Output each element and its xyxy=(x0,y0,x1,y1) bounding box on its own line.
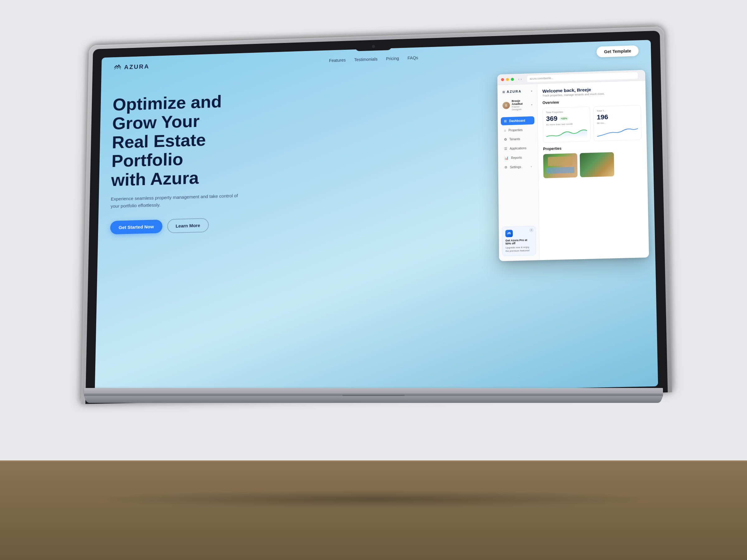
nav-back-icon: ‹ xyxy=(518,77,519,81)
hero-section: Optimize and Grow Your Real Estate Portf… xyxy=(107,64,645,397)
brand-name: AZURA xyxy=(124,63,150,70)
base-bottom-panel xyxy=(84,396,663,403)
get-started-button[interactable]: Get Started Now xyxy=(110,220,162,235)
sidebar-label-properties: Properties xyxy=(509,128,522,132)
upgrade-brand-icon xyxy=(507,231,511,236)
sidebar-brand-name: AZURA xyxy=(507,89,522,94)
nav-links-group: Features Testimonials Pricing FAQs xyxy=(329,55,418,63)
hero-subtext: Experience seamless property management … xyxy=(110,192,240,210)
sidebar-item-tenants[interactable]: ✿ Tenants xyxy=(501,134,535,143)
upgrade-logo-icon xyxy=(505,230,513,237)
base-hinge xyxy=(84,394,663,396)
window-minimize-dot xyxy=(506,78,509,81)
brand-logo: AZURA xyxy=(113,62,149,72)
sidebar-item-settings[interactable]: ⚙ Settings ▾ xyxy=(501,162,535,171)
headline-line3: with Azura xyxy=(111,168,199,190)
browser-nav-controls: ‹ › xyxy=(518,77,522,81)
camera-notch xyxy=(356,42,392,51)
screen-bezel: AZURA Features Testimonials Pricing FAQs… xyxy=(85,31,668,404)
laptop-lid: AZURA Features Testimonials Pricing FAQs… xyxy=(81,26,672,404)
screen-display: AZURA Features Testimonials Pricing FAQs… xyxy=(95,40,658,398)
stat-properties-label: Total Properties xyxy=(546,110,587,114)
user-name: Breeje Anadkat xyxy=(512,99,530,105)
nav-testimonials[interactable]: Testimonials xyxy=(354,57,378,62)
sidebar-label-reports: Reports xyxy=(511,156,522,160)
tenants-icon: ✿ xyxy=(504,137,507,141)
sidebar-item-properties[interactable]: ⌂ Properties xyxy=(501,126,535,134)
app-sidebar: ⊞ AZURA ▪ B Breeje Anadkat xyxy=(497,84,539,261)
applications-icon: ☰ xyxy=(504,147,507,151)
tenants-sparkline-chart xyxy=(597,126,638,138)
camera-dot xyxy=(372,45,375,48)
upgrade-close-button[interactable]: × xyxy=(529,228,534,232)
sidebar-item-applications[interactable]: ☰ Applications xyxy=(501,144,535,153)
upgrade-title: Get Azura Pro at 50% off xyxy=(506,238,533,245)
stats-cards-row: Total Properties 369 +22% 81 more than l… xyxy=(542,105,642,142)
property-cards-row xyxy=(543,151,642,178)
sidebar-logo-area: ⊞ AZURA ▪ xyxy=(500,89,534,94)
sidebar-item-dashboard[interactable]: ⊞ Dashboard xyxy=(501,116,535,125)
stat-tenants-change: 98 mo... xyxy=(597,121,638,125)
laptop-base xyxy=(84,388,663,403)
sidebar-logo-icon: ⊞ xyxy=(503,90,505,94)
user-dropdown-icon: ▾ xyxy=(531,103,532,106)
sidebar-label-applications: Applications xyxy=(510,146,526,150)
dashboard-icon: ⊞ xyxy=(504,119,507,123)
desk-surface xyxy=(0,460,747,560)
laptop-shadow xyxy=(93,490,654,509)
nav-forward-icon: › xyxy=(520,77,522,81)
stat-properties-badge: +22% xyxy=(559,116,569,121)
stat-properties-value: 369 xyxy=(546,115,558,123)
laptop: AZURA Features Testimonials Pricing FAQs… xyxy=(78,25,669,460)
sidebar-toggle-icon[interactable]: ▪ xyxy=(531,89,532,93)
stat-card-properties: Total Properties 369 +22% 81 more than l… xyxy=(542,106,591,142)
user-avatar: B xyxy=(503,102,510,109)
base-top-panel xyxy=(84,388,663,394)
sidebar-label-dashboard: Dashboard xyxy=(509,119,525,123)
window-maximize-dot xyxy=(511,78,514,81)
overview-section-title: Overview xyxy=(542,98,641,105)
nav-faqs[interactable]: FAQs xyxy=(407,55,418,60)
dashboard-mockup: ‹ › azura.com/dashb... xyxy=(497,70,649,261)
reports-icon: 📊 xyxy=(504,156,509,160)
user-role: Framer Designer xyxy=(512,105,530,111)
properties-icon: ⌂ xyxy=(504,129,506,132)
stat-tenants-label: Total T... xyxy=(597,108,638,112)
sidebar-label-tenants: Tenants xyxy=(509,137,520,141)
stat-tenants-value: 196 xyxy=(597,113,608,121)
headline-line2: Real Estate Portfolio xyxy=(111,130,206,170)
sidebar-item-reports[interactable]: 📊 Reports xyxy=(501,153,535,162)
app-layout: ⊞ AZURA ▪ B Breeje Anadkat xyxy=(497,81,649,261)
property-card-1[interactable] xyxy=(543,153,578,178)
user-profile-area[interactable]: B Breeje Anadkat Framer Designer ▾ xyxy=(500,97,534,113)
upgrade-description: Upgrade now & enjoy the premium features… xyxy=(506,245,533,252)
headline-line1: Optimize and Grow Your xyxy=(112,92,222,133)
settings-icon: ⚙ xyxy=(504,165,507,169)
stat-properties-change: 81 more than last month xyxy=(546,122,587,126)
url-text: azura.com/dashb... xyxy=(530,77,553,80)
stat-tenants-value-row: 196 xyxy=(597,112,638,121)
tenants-sparkline xyxy=(597,126,638,138)
stat-card-tenants: Total T... 196 98 mo... xyxy=(593,105,642,141)
property-card-2[interactable] xyxy=(579,152,614,177)
sidebar-label-settings: Settings xyxy=(510,165,521,169)
learn-more-button[interactable]: Learn More xyxy=(167,218,209,233)
stat-properties-value-row: 369 +22% xyxy=(546,114,587,123)
nav-pricing[interactable]: Pricing xyxy=(386,56,399,61)
hero-headline: Optimize and Grow Your Real Estate Portf… xyxy=(111,90,269,190)
dashboard-main-content: Welcome back, Breeje Track properties, m… xyxy=(537,81,649,260)
window-close-dot xyxy=(501,78,504,81)
upgrade-promo-card: × Get Azura Pro at 50% off xyxy=(502,225,536,256)
settings-chevron-icon: ▾ xyxy=(531,165,532,168)
lid-outer-frame: AZURA Features Testimonials Pricing FAQs… xyxy=(81,26,672,404)
user-details: Breeje Anadkat Framer Designer xyxy=(512,99,530,111)
sparkline-chart xyxy=(546,127,587,139)
properties-section-title: Properties xyxy=(543,144,642,151)
get-template-button[interactable]: Get Template xyxy=(597,46,639,58)
url-bar: azura.com/dashb... xyxy=(527,72,638,82)
nav-features[interactable]: Features xyxy=(329,58,346,63)
properties-sparkline xyxy=(546,127,587,139)
azura-logo-icon xyxy=(113,63,122,72)
